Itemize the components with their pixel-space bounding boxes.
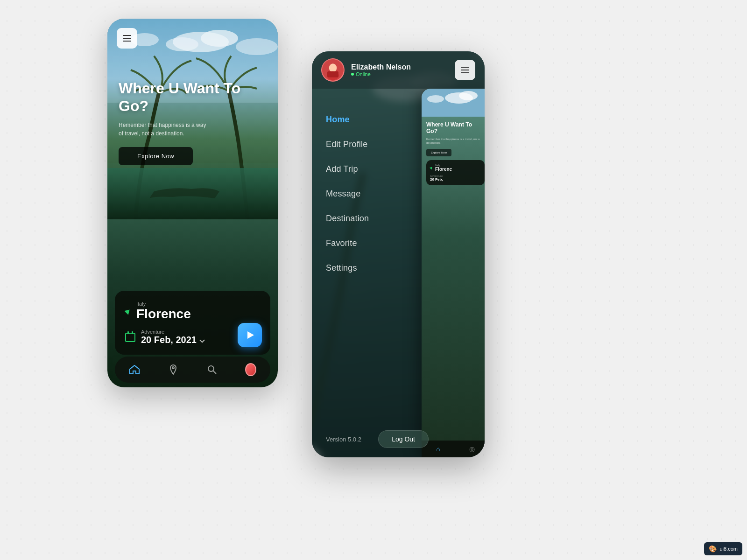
preview-pin-icon: ◎	[469, 445, 475, 453]
hero-title: Where U Want To Go?	[119, 79, 267, 115]
menu-button-2[interactable]	[455, 60, 475, 80]
nav-location-button[interactable]	[168, 364, 179, 375]
svg-point-3	[166, 37, 198, 51]
menu-button[interactable]	[117, 28, 137, 49]
date-info: Adventure 20 Feb, 2021	[141, 329, 204, 345]
watermark-text: ui8.com	[719, 546, 738, 552]
avatar-image	[322, 58, 344, 82]
user-info: Elizabeth Nelson Online	[351, 63, 448, 77]
destination-card: Italy Florence Adventure 20 Feb, 2021	[115, 291, 270, 355]
svg-point-13	[329, 63, 337, 72]
menu-item-message[interactable]: Message	[326, 182, 429, 206]
phone2-container: Elizabeth Nelson Online Home Edit Profil…	[312, 51, 485, 457]
menu-line-3	[123, 41, 131, 42]
nav-search-button[interactable]	[206, 364, 218, 375]
home-icon	[129, 365, 140, 374]
menu-line-2	[461, 70, 469, 70]
svg-point-8	[208, 366, 214, 371]
menu-line-1	[461, 67, 469, 68]
search-icon	[207, 365, 217, 374]
menu-item-favorite[interactable]: Favorite	[326, 231, 429, 256]
calendar-icon	[125, 333, 135, 342]
menu-item-home[interactable]: Home	[326, 107, 429, 132]
explore-now-button[interactable]: Explore Now	[119, 147, 193, 165]
user-avatar	[321, 58, 345, 82]
phone2-header: Elizabeth Nelson Online	[312, 51, 485, 89]
phone1-header	[117, 28, 137, 49]
menu-line-1	[123, 35, 131, 36]
menu-items-list: Home Edit Profile Add Trip Message Desti…	[312, 93, 443, 457]
send-icon	[247, 331, 254, 339]
nav-home-button[interactable]	[129, 364, 140, 375]
location-info: Italy Florence	[136, 301, 191, 322]
date-label: 20 Feb, 2021	[141, 335, 204, 345]
hero-text-block: Where U Want To Go? Remember that happin…	[119, 79, 267, 165]
chevron-down-icon[interactable]	[199, 337, 204, 343]
svg-point-2	[201, 30, 238, 47]
watermark: 🎨 ui8.com	[704, 542, 742, 555]
svg-rect-15	[327, 71, 338, 77]
bottom-navigation	[115, 357, 270, 383]
status-dot-icon	[351, 73, 354, 76]
menu-line-3	[461, 72, 469, 73]
hero-subtitle: Remember that happiness is a way of trav…	[119, 121, 212, 138]
location-row: Italy Florence	[125, 301, 260, 322]
user-name: Elizabeth Nelson	[351, 63, 448, 71]
user-status: Online	[351, 71, 448, 77]
menu-item-settings[interactable]: Settings	[326, 256, 429, 280]
menu-item-edit-profile[interactable]: Edit Profile	[326, 132, 429, 157]
menu-bottom-bar: Version 5.0.2 Log Out	[312, 430, 443, 448]
svg-point-7	[172, 367, 174, 369]
send-fab-button[interactable]	[238, 323, 262, 347]
location-pin-icon	[169, 364, 177, 375]
svg-point-4	[236, 38, 278, 55]
phone1-container: Where U Want To Go? Remember that happin…	[107, 19, 278, 387]
profile-avatar	[245, 363, 256, 376]
menu-item-destination[interactable]: Destination	[326, 206, 429, 231]
watermark-icon: 🎨	[709, 545, 717, 553]
navigation-arrow-icon	[124, 308, 132, 315]
logout-button[interactable]: Log Out	[378, 430, 429, 448]
city-label: Florence	[136, 307, 191, 322]
nav-profile-button[interactable]	[245, 364, 256, 375]
menu-item-add-trip[interactable]: Add Trip	[326, 157, 429, 182]
country-label: Italy	[136, 301, 191, 307]
menu-line-2	[123, 38, 131, 39]
version-label: Version 5.0.2	[326, 436, 361, 443]
svg-point-18	[459, 91, 478, 100]
category-label: Adventure	[141, 329, 204, 335]
